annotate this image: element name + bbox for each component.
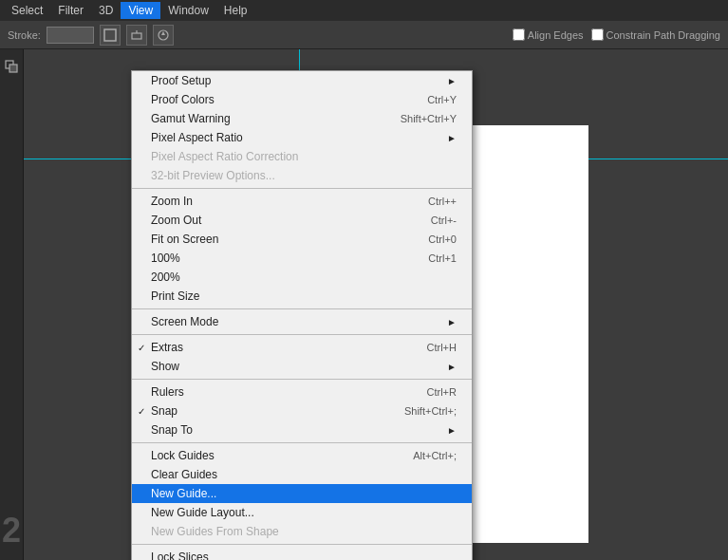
- separator-6: [132, 544, 472, 545]
- constrain-path-label[interactable]: Constrain Path Dragging: [591, 28, 720, 41]
- menu-select[interactable]: Select: [4, 2, 50, 19]
- menu-item-print-size[interactable]: Print Size: [132, 287, 472, 306]
- separator-5: [132, 442, 472, 443]
- menu-view[interactable]: View: [121, 2, 160, 19]
- menu-item-extras[interactable]: ✓ Extras Ctrl+H: [132, 338, 472, 357]
- arrow-icon: ►: [447, 76, 457, 86]
- menu-item-proof-colors[interactable]: Proof Colors Ctrl+Y: [132, 90, 472, 109]
- stroke-label: Stroke:: [8, 29, 41, 41]
- menu-item-lock-guides[interactable]: Lock Guides Alt+Ctrl+;: [132, 446, 472, 465]
- menu-item-fit-on-screen[interactable]: Fit on Screen Ctrl+0: [132, 230, 472, 249]
- checkmark-extras: ✓: [138, 343, 145, 353]
- menu-item-pixel-aspect-ratio[interactable]: Pixel Aspect Ratio ►: [132, 128, 472, 147]
- menu-item-zoom-out[interactable]: Zoom Out Ctrl+-: [132, 211, 472, 230]
- svg-marker-4: [161, 31, 165, 35]
- menu-item-zoom-in[interactable]: Zoom In Ctrl++: [132, 192, 472, 211]
- menu-help[interactable]: Help: [216, 2, 255, 19]
- arrow-icon-snapto: ►: [447, 425, 457, 436]
- menu-item-snap-to[interactable]: Snap To ►: [132, 420, 472, 439]
- menu-item-gamut-warning[interactable]: Gamut Warning Shift+Ctrl+Y: [132, 109, 472, 128]
- menu-item-new-guide-layout[interactable]: New Guide Layout...: [132, 503, 472, 522]
- svg-rect-0: [104, 29, 116, 41]
- left-sidebar: 2: [0, 49, 24, 560]
- toolbar-icon-1[interactable]: [100, 25, 121, 46]
- toolbar: Stroke: Align Edges Constrain Path Dragg…: [0, 21, 728, 49]
- menu-filter[interactable]: Filter: [50, 2, 91, 19]
- separator-4: [132, 379, 472, 380]
- menu-item-proof-setup[interactable]: Proof Setup ►: [132, 71, 472, 90]
- menu-item-200percent[interactable]: 200%: [132, 268, 472, 287]
- separator-3: [132, 334, 472, 335]
- stroke-box[interactable]: [47, 27, 94, 44]
- menu-item-new-guide[interactable]: New Guide...: [132, 484, 472, 503]
- view-dropdown-menu: Proof Setup ► Proof Colors Ctrl+Y Gamut …: [131, 70, 473, 560]
- menu-item-new-guides-from-shape: New Guides From Shape: [132, 522, 472, 541]
- align-edges-checkbox[interactable]: [513, 28, 525, 41]
- arrow-icon-show: ►: [447, 362, 457, 372]
- menu-item-pixel-aspect-ratio-correction: Pixel Aspect Ratio Correction: [132, 147, 472, 166]
- menu-item-32bit-preview: 32-bit Preview Options...: [132, 166, 472, 185]
- menu-item-show[interactable]: Show ►: [132, 357, 472, 376]
- align-edges-label[interactable]: Align Edges: [513, 28, 584, 41]
- menu-item-snap[interactable]: ✓ Snap Shift+Ctrl+;: [132, 401, 472, 420]
- arrow-icon-sm: ►: [447, 317, 457, 327]
- separator-2: [132, 308, 472, 309]
- menu-item-clear-guides[interactable]: Clear Guides: [132, 465, 472, 484]
- separator-1: [132, 188, 472, 189]
- menu-item-screen-mode[interactable]: Screen Mode ►: [132, 312, 472, 331]
- toolbar-icon-3[interactable]: [153, 25, 174, 46]
- constrain-path-checkbox[interactable]: [591, 28, 604, 41]
- checkmark-snap: ✓: [138, 406, 145, 417]
- menu-item-rulers[interactable]: Rulers Ctrl+R: [132, 383, 472, 401]
- menu-bar: Select Filter 3D View Window Help: [0, 0, 728, 21]
- menu-3d[interactable]: 3D: [91, 2, 121, 19]
- canvas-number: 2: [2, 511, 21, 551]
- main-area: 2 Proof Setup ► Proof Colors Ctrl+Y: [0, 49, 728, 560]
- menu-item-100percent[interactable]: 100% Ctrl+1: [132, 249, 472, 268]
- tool-1[interactable]: [2, 57, 21, 76]
- menu-item-lock-slices[interactable]: Lock Slices: [132, 548, 472, 560]
- toolbar-icon-2[interactable]: [126, 25, 147, 46]
- svg-rect-6: [9, 65, 17, 72]
- menu-window[interactable]: Window: [160, 2, 216, 19]
- svg-rect-1: [132, 33, 141, 39]
- arrow-icon-par: ►: [447, 133, 457, 143]
